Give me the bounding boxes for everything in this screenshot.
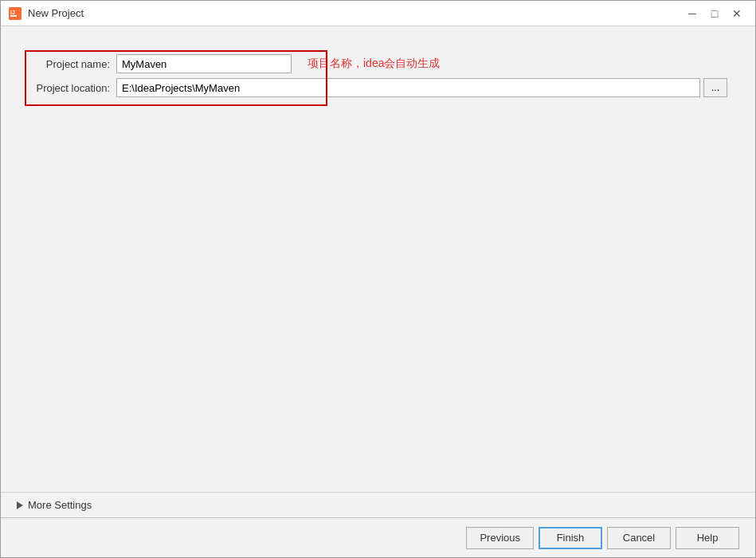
annotation-text: 项目名称，idea会自动生成 [307,57,440,71]
close-button[interactable]: ✕ [727,5,747,22]
project-name-label: Project name: [29,58,116,70]
title-bar-left: IJ New Project [9,7,84,20]
help-button[interactable]: Help [676,527,739,549]
button-bar: Previous Finish Cancel Help [1,517,755,557]
title-bar: IJ New Project ─ □ ✕ [1,1,755,26]
project-location-label: Project location: [29,82,116,94]
more-settings-section: More Settings [1,492,755,517]
browse-button[interactable]: ... [703,78,727,97]
dialog-content: Project name:项目名称，idea会自动生成Project locat… [1,26,755,517]
project-location-input[interactable] [116,78,700,97]
previous-button[interactable]: Previous [466,527,534,549]
dialog-title: New Project [28,7,84,19]
title-bar-controls: ─ □ ✕ [682,5,747,22]
project-name-input[interactable] [116,54,292,73]
more-settings-expand-icon[interactable] [17,501,23,509]
maximize-button[interactable]: □ [704,5,725,22]
cancel-button[interactable]: Cancel [607,527,671,549]
svg-rect-1 [10,15,17,17]
idea-icon: IJ [9,7,22,20]
minimize-button[interactable]: ─ [682,5,703,22]
new-project-dialog: IJ New Project ─ □ ✕ Project name:项目名称，i… [0,0,756,558]
finish-button[interactable]: Finish [539,527,602,549]
svg-text:IJ: IJ [10,10,15,15]
more-settings-label[interactable]: More Settings [28,499,92,511]
